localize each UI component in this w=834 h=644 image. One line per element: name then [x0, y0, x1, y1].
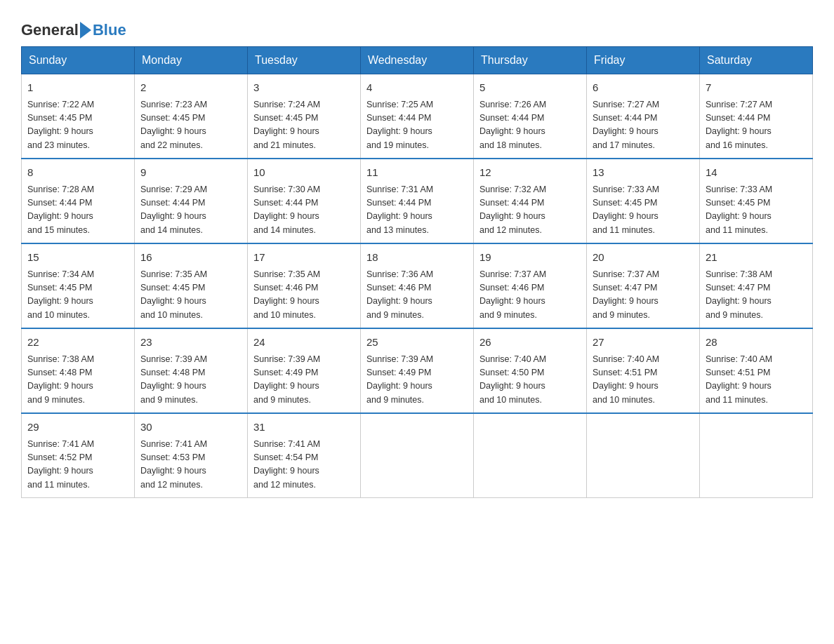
day-info: Sunrise: 7:28 AMSunset: 4:44 PMDaylight:… — [27, 183, 128, 238]
calendar-day-cell: 15Sunrise: 7:34 AMSunset: 4:45 PMDayligh… — [22, 243, 135, 328]
calendar-day-cell: 22Sunrise: 7:38 AMSunset: 4:48 PMDayligh… — [22, 328, 135, 413]
day-number: 7 — [706, 80, 807, 96]
calendar-day-cell: 28Sunrise: 7:40 AMSunset: 4:51 PMDayligh… — [700, 328, 813, 413]
day-info: Sunrise: 7:32 AMSunset: 4:44 PMDaylight:… — [479, 183, 581, 238]
day-number: 4 — [366, 80, 468, 96]
calendar-day-cell — [361, 413, 474, 498]
calendar-week-row: 1Sunrise: 7:22 AMSunset: 4:45 PMDaylight… — [22, 74, 813, 159]
day-info: Sunrise: 7:35 AMSunset: 4:45 PMDaylight:… — [140, 268, 241, 323]
logo-blue-text: Blue — [93, 21, 126, 39]
day-info: Sunrise: 7:27 AMSunset: 4:44 PMDaylight:… — [706, 98, 807, 153]
day-number: 17 — [253, 250, 355, 266]
calendar-day-cell: 14Sunrise: 7:33 AMSunset: 4:45 PMDayligh… — [700, 159, 813, 243]
day-info: Sunrise: 7:22 AMSunset: 4:45 PMDaylight:… — [27, 98, 128, 153]
calendar-day-cell: 18Sunrise: 7:36 AMSunset: 4:46 PMDayligh… — [361, 243, 474, 328]
weekday-header-wednesday: Wednesday — [361, 47, 474, 74]
day-number: 11 — [366, 165, 468, 181]
calendar-day-cell: 11Sunrise: 7:31 AMSunset: 4:44 PMDayligh… — [361, 159, 474, 243]
day-info: Sunrise: 7:34 AMSunset: 4:45 PMDaylight:… — [27, 268, 128, 323]
day-info: Sunrise: 7:41 AMSunset: 4:53 PMDaylight:… — [140, 438, 241, 492]
day-info: Sunrise: 7:27 AMSunset: 4:44 PMDaylight:… — [593, 98, 694, 153]
day-number: 13 — [593, 165, 694, 181]
calendar-table: SundayMondayTuesdayWednesdayThursdayFrid… — [21, 46, 813, 498]
day-number: 25 — [366, 335, 468, 351]
calendar-week-row: 22Sunrise: 7:38 AMSunset: 4:48 PMDayligh… — [22, 328, 813, 413]
calendar-day-cell: 16Sunrise: 7:35 AMSunset: 4:45 PMDayligh… — [135, 243, 248, 328]
calendar-day-cell: 30Sunrise: 7:41 AMSunset: 4:53 PMDayligh… — [135, 413, 248, 498]
calendar-day-cell — [474, 413, 587, 498]
calendar-day-cell: 24Sunrise: 7:39 AMSunset: 4:49 PMDayligh… — [248, 328, 361, 413]
day-number: 21 — [706, 250, 807, 266]
calendar-day-cell: 12Sunrise: 7:32 AMSunset: 4:44 PMDayligh… — [474, 159, 587, 243]
calendar-day-cell — [587, 413, 700, 498]
calendar-day-cell: 23Sunrise: 7:39 AMSunset: 4:48 PMDayligh… — [135, 328, 248, 413]
day-info: Sunrise: 7:26 AMSunset: 4:44 PMDaylight:… — [479, 98, 581, 153]
calendar-day-cell: 25Sunrise: 7:39 AMSunset: 4:49 PMDayligh… — [361, 328, 474, 413]
calendar-day-cell: 19Sunrise: 7:37 AMSunset: 4:46 PMDayligh… — [474, 243, 587, 328]
day-info: Sunrise: 7:39 AMSunset: 4:49 PMDaylight:… — [253, 353, 355, 408]
day-info: Sunrise: 7:25 AMSunset: 4:44 PMDaylight:… — [366, 98, 468, 153]
calendar-day-cell — [700, 413, 813, 498]
calendar-day-cell: 4Sunrise: 7:25 AMSunset: 4:44 PMDaylight… — [361, 74, 474, 159]
calendar-day-cell: 9Sunrise: 7:29 AMSunset: 4:44 PMDaylight… — [135, 159, 248, 243]
calendar-day-cell: 26Sunrise: 7:40 AMSunset: 4:50 PMDayligh… — [474, 328, 587, 413]
day-number: 20 — [593, 250, 694, 266]
day-info: Sunrise: 7:33 AMSunset: 4:45 PMDaylight:… — [706, 183, 807, 238]
day-info: Sunrise: 7:41 AMSunset: 4:54 PMDaylight:… — [253, 438, 355, 492]
calendar-week-row: 29Sunrise: 7:41 AMSunset: 4:52 PMDayligh… — [22, 413, 813, 498]
calendar-day-cell: 1Sunrise: 7:22 AMSunset: 4:45 PMDaylight… — [22, 74, 135, 159]
calendar-day-cell: 20Sunrise: 7:37 AMSunset: 4:47 PMDayligh… — [587, 243, 700, 328]
calendar-day-cell: 10Sunrise: 7:30 AMSunset: 4:44 PMDayligh… — [248, 159, 361, 243]
day-info: Sunrise: 7:23 AMSunset: 4:45 PMDaylight:… — [140, 98, 241, 153]
calendar-day-cell: 31Sunrise: 7:41 AMSunset: 4:54 PMDayligh… — [248, 413, 361, 498]
weekday-header-sunday: Sunday — [22, 47, 135, 74]
day-number: 6 — [593, 80, 694, 96]
calendar-day-cell: 8Sunrise: 7:28 AMSunset: 4:44 PMDaylight… — [22, 159, 135, 243]
day-number: 2 — [140, 80, 241, 96]
calendar-day-cell: 5Sunrise: 7:26 AMSunset: 4:44 PMDaylight… — [474, 74, 587, 159]
day-number: 16 — [140, 250, 241, 266]
day-number: 3 — [253, 80, 355, 96]
weekday-header-saturday: Saturday — [700, 47, 813, 74]
day-info: Sunrise: 7:38 AMSunset: 4:47 PMDaylight:… — [706, 268, 807, 323]
day-number: 22 — [27, 335, 128, 351]
logo: General Blue — [21, 14, 126, 39]
calendar-day-cell: 7Sunrise: 7:27 AMSunset: 4:44 PMDaylight… — [700, 74, 813, 159]
calendar-day-cell: 17Sunrise: 7:35 AMSunset: 4:46 PMDayligh… — [248, 243, 361, 328]
day-number: 18 — [366, 250, 468, 266]
day-info: Sunrise: 7:40 AMSunset: 4:51 PMDaylight:… — [593, 353, 694, 408]
day-number: 8 — [27, 165, 128, 181]
day-number: 19 — [479, 250, 581, 266]
weekday-header-thursday: Thursday — [474, 47, 587, 74]
logo-arrow-icon — [80, 22, 91, 39]
day-info: Sunrise: 7:24 AMSunset: 4:45 PMDaylight:… — [253, 98, 355, 153]
day-info: Sunrise: 7:41 AMSunset: 4:52 PMDaylight:… — [27, 438, 128, 492]
calendar-day-cell: 2Sunrise: 7:23 AMSunset: 4:45 PMDaylight… — [135, 74, 248, 159]
day-number: 10 — [253, 165, 355, 181]
calendar-day-cell: 29Sunrise: 7:41 AMSunset: 4:52 PMDayligh… — [22, 413, 135, 498]
weekday-header-monday: Monday — [135, 47, 248, 74]
day-info: Sunrise: 7:40 AMSunset: 4:50 PMDaylight:… — [479, 353, 581, 408]
calendar-day-cell: 3Sunrise: 7:24 AMSunset: 4:45 PMDaylight… — [248, 74, 361, 159]
day-number: 30 — [140, 420, 241, 436]
calendar-week-row: 15Sunrise: 7:34 AMSunset: 4:45 PMDayligh… — [22, 243, 813, 328]
calendar-day-cell: 21Sunrise: 7:38 AMSunset: 4:47 PMDayligh… — [700, 243, 813, 328]
day-number: 31 — [253, 420, 355, 436]
weekday-header-friday: Friday — [587, 47, 700, 74]
day-info: Sunrise: 7:40 AMSunset: 4:51 PMDaylight:… — [706, 353, 807, 408]
day-number: 23 — [140, 335, 241, 351]
calendar-day-cell: 6Sunrise: 7:27 AMSunset: 4:44 PMDaylight… — [587, 74, 700, 159]
day-info: Sunrise: 7:39 AMSunset: 4:48 PMDaylight:… — [140, 353, 241, 408]
calendar-week-row: 8Sunrise: 7:28 AMSunset: 4:44 PMDaylight… — [22, 159, 813, 243]
day-number: 9 — [140, 165, 241, 181]
weekday-header-row: SundayMondayTuesdayWednesdayThursdayFrid… — [22, 47, 813, 74]
day-info: Sunrise: 7:31 AMSunset: 4:44 PMDaylight:… — [366, 183, 468, 238]
day-info: Sunrise: 7:30 AMSunset: 4:44 PMDaylight:… — [253, 183, 355, 238]
day-info: Sunrise: 7:38 AMSunset: 4:48 PMDaylight:… — [27, 353, 128, 408]
day-info: Sunrise: 7:36 AMSunset: 4:46 PMDaylight:… — [366, 268, 468, 323]
day-info: Sunrise: 7:29 AMSunset: 4:44 PMDaylight:… — [140, 183, 241, 238]
day-number: 26 — [479, 335, 581, 351]
day-info: Sunrise: 7:35 AMSunset: 4:46 PMDaylight:… — [253, 268, 355, 323]
day-number: 14 — [706, 165, 807, 181]
day-info: Sunrise: 7:37 AMSunset: 4:46 PMDaylight:… — [479, 268, 581, 323]
